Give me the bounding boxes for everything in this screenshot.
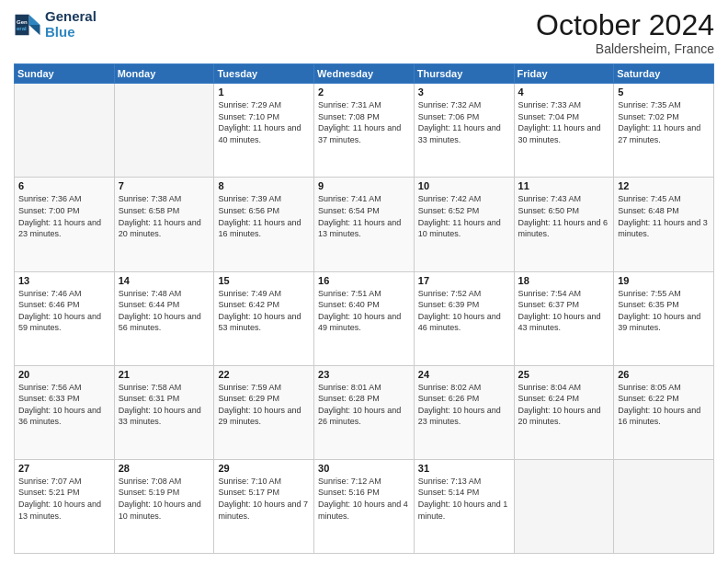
- day-number: 24: [418, 369, 510, 380]
- calendar-cell: 15Sunrise: 7:49 AMSunset: 6:42 PMDayligh…: [214, 271, 314, 365]
- day-number: 1: [218, 86, 310, 98]
- calendar-cell: 16Sunrise: 7:51 AMSunset: 6:40 PMDayligh…: [314, 271, 415, 365]
- calendar-cell: [15, 84, 115, 178]
- month-title: October 2024: [536, 9, 714, 41]
- logo: Gen eral General Blue: [14, 9, 97, 40]
- day-number: 2: [318, 86, 410, 98]
- day-number: 18: [518, 275, 610, 286]
- calendar-cell: 29Sunrise: 7:10 AMSunset: 5:17 PMDayligh…: [214, 459, 314, 553]
- calendar-cell: 26Sunrise: 8:05 AMSunset: 6:22 PMDayligh…: [614, 365, 714, 459]
- calendar-cell: 21Sunrise: 7:58 AMSunset: 6:31 PMDayligh…: [114, 365, 214, 459]
- calendar-cell: 28Sunrise: 7:08 AMSunset: 5:19 PMDayligh…: [114, 459, 214, 553]
- calendar-week-row: 6Sunrise: 7:36 AMSunset: 7:00 PMDaylight…: [15, 178, 714, 271]
- day-info: Sunrise: 7:55 AMSunset: 6:35 PMDaylight:…: [618, 288, 710, 334]
- day-number: 27: [18, 463, 110, 474]
- day-info: Sunrise: 7:36 AMSunset: 7:00 PMDaylight:…: [18, 193, 110, 239]
- svg-text:eral: eral: [17, 26, 27, 31]
- calendar-cell: [514, 459, 614, 553]
- day-number: 20: [18, 369, 110, 380]
- day-number: 9: [318, 180, 410, 191]
- calendar-cell: 24Sunrise: 8:02 AMSunset: 6:26 PMDayligh…: [414, 365, 514, 459]
- day-number: 7: [119, 180, 210, 191]
- calendar-cell: 10Sunrise: 7:42 AMSunset: 6:52 PMDayligh…: [414, 178, 514, 271]
- calendar-cell: 27Sunrise: 7:07 AMSunset: 5:21 PMDayligh…: [15, 459, 115, 553]
- day-info: Sunrise: 7:51 AMSunset: 6:40 PMDaylight:…: [318, 288, 410, 334]
- calendar-cell: 7Sunrise: 7:38 AMSunset: 6:58 PMDaylight…: [114, 178, 214, 271]
- calendar-cell: 20Sunrise: 7:56 AMSunset: 6:33 PMDayligh…: [15, 365, 115, 459]
- calendar-cell: 4Sunrise: 7:33 AMSunset: 7:04 PMDaylight…: [514, 84, 614, 178]
- calendar-week-row: 1Sunrise: 7:29 AMSunset: 7:10 PMDaylight…: [15, 84, 714, 178]
- weekday-header: Tuesday: [214, 64, 314, 84]
- day-info: Sunrise: 8:04 AMSunset: 6:24 PMDaylight:…: [518, 382, 610, 428]
- location: Baldersheim, France: [536, 41, 714, 56]
- day-number: 21: [119, 369, 210, 380]
- calendar-cell: 1Sunrise: 7:29 AMSunset: 7:10 PMDaylight…: [214, 84, 314, 178]
- day-number: 6: [18, 180, 110, 191]
- logo-icon: Gen eral: [14, 11, 41, 39]
- calendar-table: SundayMondayTuesdayWednesdayThursdayFrid…: [14, 63, 714, 554]
- day-number: 26: [618, 369, 710, 380]
- day-info: Sunrise: 7:39 AMSunset: 6:56 PMDaylight:…: [218, 193, 310, 239]
- day-info: Sunrise: 8:01 AMSunset: 6:28 PMDaylight:…: [318, 382, 410, 428]
- calendar-cell: 12Sunrise: 7:45 AMSunset: 6:48 PMDayligh…: [614, 178, 714, 271]
- day-info: Sunrise: 7:52 AMSunset: 6:39 PMDaylight:…: [418, 288, 510, 334]
- calendar-week-row: 27Sunrise: 7:07 AMSunset: 5:21 PMDayligh…: [15, 459, 714, 553]
- title-block: October 2024 Baldersheim, France: [536, 9, 714, 56]
- calendar-cell: 5Sunrise: 7:35 AMSunset: 7:02 PMDaylight…: [614, 84, 714, 178]
- day-number: 23: [318, 369, 410, 380]
- day-number: 17: [418, 275, 510, 286]
- day-number: 14: [119, 275, 210, 286]
- calendar-cell: 14Sunrise: 7:48 AMSunset: 6:44 PMDayligh…: [114, 271, 214, 365]
- calendar-cell: 6Sunrise: 7:36 AMSunset: 7:00 PMDaylight…: [15, 178, 115, 271]
- day-info: Sunrise: 7:49 AMSunset: 6:42 PMDaylight:…: [218, 288, 310, 334]
- calendar-cell: 11Sunrise: 7:43 AMSunset: 6:50 PMDayligh…: [514, 178, 614, 271]
- calendar-cell: 2Sunrise: 7:31 AMSunset: 7:08 PMDaylight…: [314, 84, 415, 178]
- day-info: Sunrise: 7:07 AMSunset: 5:21 PMDaylight:…: [18, 476, 110, 522]
- calendar-week-row: 20Sunrise: 7:56 AMSunset: 6:33 PMDayligh…: [15, 365, 714, 459]
- day-info: Sunrise: 7:10 AMSunset: 5:17 PMDaylight:…: [218, 476, 310, 522]
- day-info: Sunrise: 7:56 AMSunset: 6:33 PMDaylight:…: [18, 382, 110, 428]
- svg-marker-1: [29, 25, 40, 35]
- day-info: Sunrise: 7:13 AMSunset: 5:14 PMDaylight:…: [418, 476, 510, 522]
- day-info: Sunrise: 7:31 AMSunset: 7:08 PMDaylight:…: [318, 99, 410, 145]
- day-info: Sunrise: 7:43 AMSunset: 6:50 PMDaylight:…: [518, 193, 610, 239]
- calendar-cell: 23Sunrise: 8:01 AMSunset: 6:28 PMDayligh…: [314, 365, 415, 459]
- day-info: Sunrise: 7:08 AMSunset: 5:19 PMDaylight:…: [119, 476, 210, 522]
- calendar-cell: 3Sunrise: 7:32 AMSunset: 7:06 PMDaylight…: [414, 84, 514, 178]
- day-info: Sunrise: 8:05 AMSunset: 6:22 PMDaylight:…: [618, 382, 710, 428]
- day-number: 25: [518, 369, 610, 380]
- weekday-header: Saturday: [614, 64, 714, 84]
- day-info: Sunrise: 7:29 AMSunset: 7:10 PMDaylight:…: [218, 99, 310, 145]
- day-number: 19: [618, 275, 710, 286]
- day-number: 22: [218, 369, 310, 380]
- calendar-cell: [114, 84, 214, 178]
- svg-rect-2: [16, 14, 29, 35]
- calendar-cell: 8Sunrise: 7:39 AMSunset: 6:56 PMDaylight…: [214, 178, 314, 271]
- day-info: Sunrise: 7:54 AMSunset: 6:37 PMDaylight:…: [518, 288, 610, 334]
- calendar-cell: 31Sunrise: 7:13 AMSunset: 5:14 PMDayligh…: [414, 459, 514, 553]
- weekday-header: Wednesday: [314, 64, 415, 84]
- calendar-cell: 9Sunrise: 7:41 AMSunset: 6:54 PMDaylight…: [314, 178, 415, 271]
- day-number: 13: [18, 275, 110, 286]
- day-number: 4: [518, 86, 610, 98]
- calendar-cell: 30Sunrise: 7:12 AMSunset: 5:16 PMDayligh…: [314, 459, 415, 553]
- calendar-cell: 22Sunrise: 7:59 AMSunset: 6:29 PMDayligh…: [214, 365, 314, 459]
- weekday-header: Sunday: [15, 64, 115, 84]
- day-info: Sunrise: 7:32 AMSunset: 7:06 PMDaylight:…: [418, 99, 510, 145]
- day-info: Sunrise: 7:38 AMSunset: 6:58 PMDaylight:…: [119, 193, 210, 239]
- day-info: Sunrise: 7:35 AMSunset: 7:02 PMDaylight:…: [618, 99, 710, 145]
- day-number: 3: [418, 86, 510, 98]
- weekday-header: Monday: [114, 64, 214, 84]
- day-info: Sunrise: 7:48 AMSunset: 6:44 PMDaylight:…: [119, 288, 210, 334]
- day-number: 30: [318, 463, 410, 474]
- weekday-header-row: SundayMondayTuesdayWednesdayThursdayFrid…: [15, 64, 714, 84]
- day-info: Sunrise: 7:41 AMSunset: 6:54 PMDaylight:…: [318, 193, 410, 239]
- calendar-cell: 17Sunrise: 7:52 AMSunset: 6:39 PMDayligh…: [414, 271, 514, 365]
- svg-text:Gen: Gen: [17, 18, 28, 24]
- weekday-header: Friday: [514, 64, 614, 84]
- day-number: 31: [418, 463, 510, 474]
- day-info: Sunrise: 7:46 AMSunset: 6:46 PMDaylight:…: [18, 288, 110, 334]
- day-number: 28: [119, 463, 210, 474]
- day-number: 11: [518, 180, 610, 191]
- day-number: 5: [618, 86, 710, 98]
